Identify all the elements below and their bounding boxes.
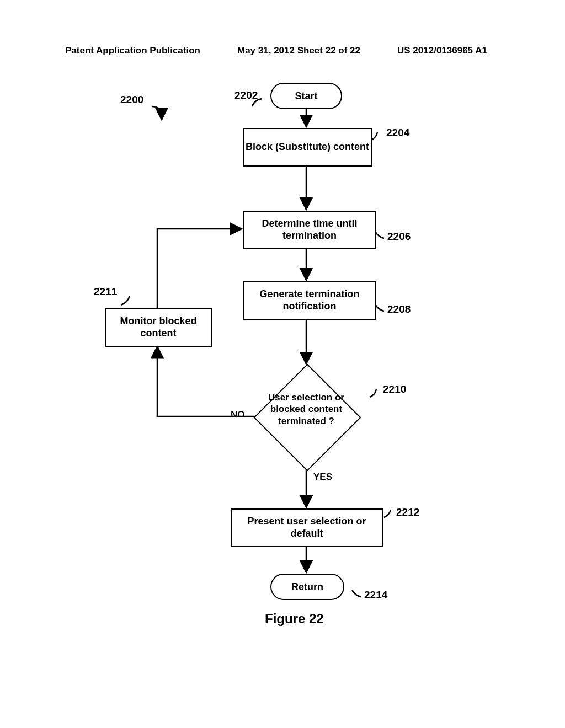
ref-2212: 2212 xyxy=(396,506,419,518)
figure-caption: Figure 22 xyxy=(265,611,324,627)
node-present: Present user selection or default xyxy=(231,508,383,547)
node-start: Start xyxy=(270,83,342,109)
ref-2202: 2202 xyxy=(234,89,258,101)
header-right: US 2012/0136965 A1 xyxy=(397,45,487,56)
ref-2200: 2200 xyxy=(120,94,143,106)
ref-2206: 2206 xyxy=(387,231,411,243)
decision-text: User selection or blocked content termin… xyxy=(268,392,344,426)
header-left: Patent Application Publication xyxy=(65,45,200,56)
node-return: Return xyxy=(270,574,344,600)
node-block-content: Block (Substitute) content xyxy=(243,128,372,167)
node-determine: Determine time until termination xyxy=(243,211,376,249)
node-decision: User selection or blocked content termin… xyxy=(259,392,353,427)
page: Patent Application Publication May 31, 2… xyxy=(0,0,565,728)
ref-2208: 2208 xyxy=(387,303,411,315)
header-center: May 31, 2012 Sheet 22 of 22 xyxy=(237,45,360,56)
node-monitor: Monitor blocked content xyxy=(105,308,212,347)
node-generate: Generate termination notification xyxy=(243,281,376,320)
ref-2211: 2211 xyxy=(94,286,117,298)
ref-2210: 2210 xyxy=(383,383,406,395)
ref-2204: 2204 xyxy=(386,127,409,139)
label-yes: YES xyxy=(313,472,332,483)
label-no: NO xyxy=(231,409,245,420)
ref-2214: 2214 xyxy=(364,589,387,601)
